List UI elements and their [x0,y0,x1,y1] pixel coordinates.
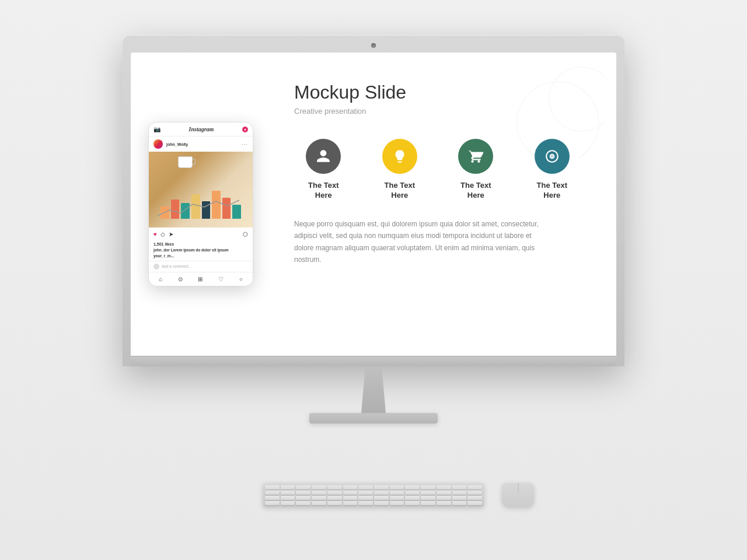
key[interactable] [327,501,342,505]
key[interactable] [343,501,358,505]
comment-input-row: Add a comment... [149,261,253,272]
line-chart [158,195,245,219]
key[interactable] [452,501,467,505]
key[interactable] [390,496,404,500]
feature-label-4: The TextHere [537,181,568,201]
key[interactable] [452,491,467,495]
key[interactable] [452,496,467,500]
share-icon[interactable]: ➤ [169,231,173,237]
decorative-circles [511,64,605,158]
feature-item-3: The TextHere [446,139,505,201]
keyboard: (function(){ const kb = document.querySe… [263,483,484,508]
key[interactable] [390,501,404,505]
key[interactable] [374,496,389,500]
key[interactable] [281,491,295,495]
key[interactable] [265,485,280,489]
comment-placeholder[interactable]: Add a comment... [162,264,191,268]
caption-username: john_dor [153,248,170,252]
key[interactable] [374,485,389,489]
key[interactable] [312,496,326,500]
key[interactable] [296,501,310,505]
key[interactable] [405,496,420,500]
key[interactable] [405,485,420,489]
instagram-nav: ⌂ ⊙ ⊞ ♡ ○ [149,272,253,286]
monitor-screen: 📷 Instagram ● john_Wolly ··· [131,52,616,356]
monitor: 📷 Instagram ● john_Wolly ··· [123,35,624,424]
key[interactable] [312,501,326,505]
key[interactable] [343,491,358,495]
key[interactable] [265,496,280,500]
key[interactable] [343,496,358,500]
monitor-stand-neck [353,366,394,413]
key[interactable] [467,485,482,489]
key[interactable] [374,501,389,505]
feature-label-3: The TextHere [460,181,491,201]
post-caption: john_dor Lorem ipsum do dolor sit ipsum … [149,247,253,260]
feature-item-2: The TextHere [371,139,430,201]
key[interactable] [296,496,310,500]
key[interactable] [405,501,420,505]
key[interactable] [467,501,482,505]
key[interactable] [327,496,342,500]
key[interactable] [390,491,404,495]
feature-icon-user [306,139,341,174]
key[interactable] [312,485,326,489]
instagram-title: Instagram [189,126,214,132]
nav-home-icon[interactable]: ⌂ [159,276,162,282]
camera-icon: 📷 [153,126,160,132]
nav-search-icon[interactable]: ⊙ [178,276,183,282]
key[interactable] [421,501,435,505]
key[interactable] [358,496,373,500]
key[interactable] [452,485,467,489]
key[interactable] [405,491,420,495]
bulb-icon [392,149,407,164]
feature-icon-cart [458,139,493,174]
key[interactable] [296,485,310,489]
more-options[interactable]: ··· [242,141,248,148]
monitor-camera [371,43,376,48]
username: john_Wolly [166,142,242,146]
instagram-phone: 📷 Instagram ● john_Wolly ··· [148,122,253,286]
nav-profile-icon[interactable]: ○ [239,276,243,282]
key[interactable] [390,485,404,489]
heart-icon[interactable]: ♥ [153,231,157,237]
slide-body-text: Neque porro quisquam est, qui dolorem ip… [294,218,551,266]
comment-icon[interactable]: ◇ [160,231,165,237]
key[interactable] [343,485,358,489]
key[interactable] [437,496,451,500]
key[interactable] [265,491,280,495]
phone-mockup-container: 📷 Instagram ● john_Wolly ··· [131,52,271,356]
key[interactable] [421,491,435,495]
notification-badge: ● [242,127,248,132]
svg-point-0 [549,67,605,131]
key[interactable] [421,485,435,489]
instagram-header: 📷 Instagram ● [149,123,253,136]
key[interactable] [358,501,373,505]
likes-count: 1,501 likes [149,241,253,247]
key[interactable] [437,491,451,495]
key[interactable] [312,491,326,495]
key[interactable] [437,501,451,505]
bookmark-icon[interactable]: ⬡ [243,231,248,237]
feature-icon-bulb [382,139,417,174]
key[interactable] [327,491,342,495]
key[interactable] [265,501,280,505]
key[interactable] [358,491,373,495]
key[interactable] [296,491,310,495]
svg-point-1 [517,82,599,158]
feature-item-1: The TextHere [294,139,353,201]
key[interactable] [467,496,482,500]
nav-add-icon[interactable]: ⊞ [198,276,203,282]
key[interactable] [421,496,435,500]
monitor-chin [131,356,616,366]
key[interactable] [281,496,295,500]
key[interactable] [437,485,451,489]
key[interactable] [281,501,295,505]
key[interactable] [374,491,389,495]
nav-heart-icon[interactable]: ♡ [218,276,224,282]
key[interactable] [327,485,342,489]
key[interactable] [358,485,373,489]
avatar [153,139,163,149]
key[interactable] [281,485,295,489]
key[interactable] [467,491,482,495]
